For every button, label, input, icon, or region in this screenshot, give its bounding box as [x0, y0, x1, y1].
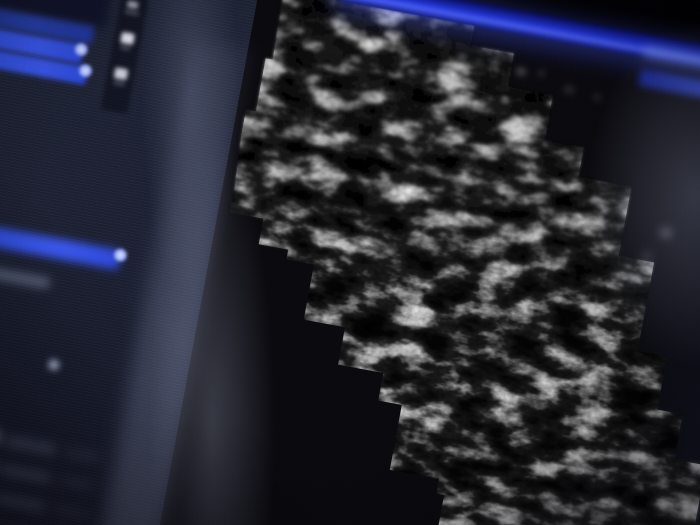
photo-grain-overlay	[0, 0, 700, 525]
photo-stage	[0, 0, 700, 525]
